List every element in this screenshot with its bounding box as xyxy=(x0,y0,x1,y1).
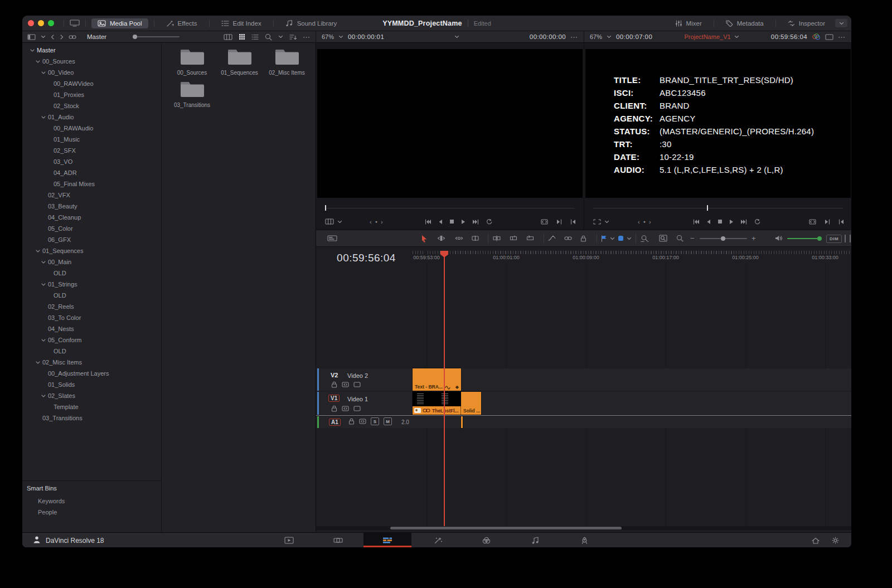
track-v2-disable-icon[interactable] xyxy=(353,382,361,387)
chevron-down-icon[interactable] xyxy=(39,71,48,74)
bin-tree-item-old[interactable]: OLD xyxy=(22,346,161,357)
track-a1-solo-button[interactable]: S xyxy=(371,417,379,425)
retime-curve-icon[interactable] xyxy=(548,230,556,246)
metadata-button[interactable]: Metadata xyxy=(720,18,770,28)
bin-tree-item-05-final-mixes[interactable]: 05_Final Mixes xyxy=(22,178,161,189)
fullscreen-viewer-icon[interactable] xyxy=(825,34,833,40)
bin-tree-item-02-slates[interactable]: 02_Slates xyxy=(22,390,161,401)
source-jog-control[interactable]: ‹●› xyxy=(370,218,383,225)
video-audio-divider[interactable] xyxy=(316,415,851,416)
bin-view-chevron-icon[interactable] xyxy=(41,35,46,38)
bin-tree-item-01-sequences[interactable]: 01_Sequences xyxy=(22,245,161,256)
folder-tile-03-transitions[interactable]: 03_Transitions xyxy=(168,80,216,108)
bin-tree-item-05-conform[interactable]: 05_Conform xyxy=(22,334,161,346)
sort-order-icon[interactable] xyxy=(289,34,297,40)
timeline-name-chevron-icon[interactable] xyxy=(734,35,739,38)
audio-volume-slider[interactable] xyxy=(787,238,822,239)
custom-zoom-icon[interactable] xyxy=(676,230,683,246)
source-duration-timecode[interactable]: 00:00:00:00 xyxy=(530,33,566,40)
dim-audio-button[interactable]: DIM xyxy=(826,235,842,243)
marker-color-chevron-icon[interactable] xyxy=(627,230,632,246)
timeline-playhead[interactable] xyxy=(444,251,445,526)
search-icon[interactable] xyxy=(265,33,272,41)
chevron-down-icon[interactable] xyxy=(39,339,48,342)
track-a1[interactable] xyxy=(316,416,851,428)
timeline-scrollbar-track[interactable] xyxy=(316,526,851,530)
bin-tree-item-06-gfx[interactable]: 06_GFX xyxy=(22,234,161,245)
bin-tree-item-01-proxies[interactable]: 01_Proxies xyxy=(22,89,161,100)
bin-tree-item-03-vo[interactable]: 03_VO xyxy=(22,156,161,167)
timeline-zoom-level[interactable]: 67% xyxy=(590,33,602,40)
bin-tree-item-03-beauty[interactable]: 03_Beauty xyxy=(22,201,161,212)
timeline-playhead-tick[interactable] xyxy=(707,205,708,211)
chevron-down-icon[interactable] xyxy=(33,250,42,252)
timeline-stop-button[interactable] xyxy=(718,219,723,224)
sound-library-button[interactable]: Sound Library xyxy=(279,18,343,28)
track-v1-disable-icon[interactable] xyxy=(353,406,361,411)
layout-presets-dropdown[interactable] xyxy=(835,19,847,27)
bin-tree-item-01-strings[interactable]: 01_Strings xyxy=(22,279,161,290)
source-current-timecode[interactable]: 00:00:00:01 xyxy=(348,33,384,40)
panel-resize-handle[interactable] xyxy=(845,235,851,242)
track-a1-lock-icon[interactable] xyxy=(348,418,355,425)
timeline-loop-button[interactable] xyxy=(754,218,760,225)
timeline-zoom-slider[interactable] xyxy=(700,238,747,239)
keyframe-diamond-icon[interactable]: ◆ xyxy=(455,385,459,390)
list-view-icon[interactable] xyxy=(251,34,259,40)
track-v2-name[interactable]: Video 2 xyxy=(347,372,368,379)
bin-tree-item-00-video[interactable]: 00_Video xyxy=(22,67,161,78)
replace-clip-icon[interactable] xyxy=(526,230,534,246)
effects-button[interactable]: Effects xyxy=(160,18,203,29)
thumbnail-size-slider[interactable] xyxy=(134,36,180,37)
bin-tree-item-02-reels[interactable]: 02_Reels xyxy=(22,301,161,312)
chevron-down-icon[interactable] xyxy=(33,361,42,364)
search-options-chevron-icon[interactable] xyxy=(278,35,283,38)
edit-index-button[interactable]: Edit Index xyxy=(215,18,268,28)
track-v1-lock-icon[interactable] xyxy=(331,405,337,412)
source-goto-out-icon[interactable] xyxy=(556,219,562,225)
timeline-record-timecode[interactable]: 00:59:56:04 xyxy=(771,33,807,40)
timeline-ruler[interactable] xyxy=(413,251,851,254)
chevron-down-icon[interactable] xyxy=(28,49,37,52)
bin-tree-item-04-adr[interactable]: 04_ADR xyxy=(22,167,161,178)
track-a1-mute-button[interactable]: M xyxy=(384,417,392,425)
page-color-button[interactable] xyxy=(474,533,498,547)
track-v1[interactable] xyxy=(316,392,851,415)
timeline-match-frame-icon[interactable] xyxy=(809,219,816,225)
audio-monitor-icon[interactable] xyxy=(775,230,783,246)
bin-tree-item-old[interactable]: OLD xyxy=(22,290,161,301)
position-lock-icon[interactable] xyxy=(580,230,586,246)
timeline-current-timecode[interactable]: 00:00:07:00 xyxy=(616,33,652,40)
bin-tree-item-00-main[interactable]: 00_Main xyxy=(22,256,161,268)
source-viewer-options-icon[interactable]: ⋯ xyxy=(570,33,578,41)
full-extent-zoom-icon[interactable] xyxy=(641,230,649,246)
timeline-scrollbar-thumb[interactable] xyxy=(390,527,622,529)
selection-mode-icon[interactable] xyxy=(421,230,428,246)
trim-edit-mode-icon[interactable] xyxy=(437,230,445,246)
smart-bin-keywords[interactable]: Keywords xyxy=(22,495,161,507)
clip-title-text[interactable]: Text - BRA... ◆ xyxy=(413,368,461,391)
thumbnail-view-icon[interactable] xyxy=(239,33,245,40)
filmstrip-view-icon[interactable] xyxy=(224,34,232,40)
bin-tree-item-00-rawaudio[interactable]: 00_RAWAudio xyxy=(22,123,161,134)
project-manager-icon[interactable] xyxy=(812,537,820,544)
chevron-down-icon[interactable] xyxy=(39,261,48,264)
source-clip-view-icon[interactable] xyxy=(325,218,334,225)
source-zoom-level[interactable]: 67% xyxy=(322,33,334,40)
track-v1-name[interactable]: Video 1 xyxy=(347,396,368,402)
bin-tree-item-00-sources[interactable]: 00_Sources xyxy=(22,56,161,67)
page-cut-button[interactable] xyxy=(326,533,350,547)
track-a1-destination[interactable]: A1 xyxy=(329,419,341,426)
source-stop-button[interactable] xyxy=(449,219,454,224)
clip-solid[interactable]: Solid ... xyxy=(461,392,481,415)
page-fusion-button[interactable] xyxy=(426,533,450,547)
track-v1-auto-select-icon[interactable] xyxy=(342,406,349,411)
clean-feed-icon[interactable] xyxy=(70,20,80,27)
dynamic-trim-mode-icon[interactable] xyxy=(455,230,463,246)
source-loop-button[interactable] xyxy=(486,218,492,225)
close-window-button[interactable] xyxy=(28,20,34,26)
track-v1-destination[interactable]: V1 xyxy=(328,395,340,402)
timeline-viewer-options-icon[interactable]: ⋯ xyxy=(838,33,846,41)
project-settings-icon[interactable] xyxy=(832,537,839,544)
smart-bin-people[interactable]: People xyxy=(22,507,161,518)
